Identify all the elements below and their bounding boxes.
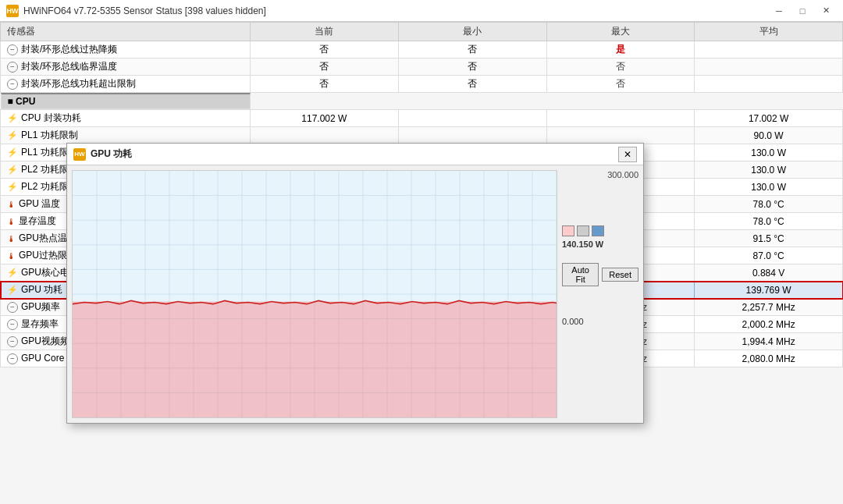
minimize-button[interactable]: ─ <box>768 3 790 19</box>
color-box-pink <box>562 225 574 236</box>
chart-app-icon: HW <box>73 148 86 161</box>
max-value: 否 <box>546 59 695 76</box>
main-container: 传感器 当前 最小 最大 平均 − 封装/环形总线过热降频 否 否 是 <box>0 22 843 504</box>
sensor-label: GPU 功耗 <box>21 283 62 296</box>
minus-icon: − <box>7 79 18 90</box>
avg-value <box>695 76 843 93</box>
chart-side: 300.000 140.150 W Auto Fit Reset 0.000 <box>557 165 643 423</box>
avg-value: 87.0 °C <box>695 247 843 264</box>
max-value: 否 <box>546 76 695 93</box>
color-box-blue <box>592 225 604 236</box>
sensor-label: PL1 功耗限制 <box>21 129 78 142</box>
close-button[interactable]: ✕ <box>815 3 837 19</box>
avg-value <box>695 59 843 76</box>
sensor-label: GPU频率 <box>21 300 60 314</box>
sensor-label: 显存温度 <box>19 215 56 228</box>
min-value: 否 <box>398 59 546 76</box>
chart-title-left: HW GPU 功耗 <box>73 147 132 161</box>
auto-fit-button[interactable]: Auto Fit <box>562 263 599 286</box>
thermometer-icon: 🌡 <box>7 234 16 243</box>
bolt-icon: ⚡ <box>7 130 18 140</box>
table-row[interactable]: − 封装/环形总线临界温度 否 否 否 <box>1 59 843 76</box>
chart-title-bar: HW GPU 功耗 ✕ <box>67 144 643 165</box>
table-row[interactable]: ⚡ PL1 功耗限制 90.0 W <box>1 127 843 144</box>
col-min: 最小 <box>398 23 546 41</box>
sensor-label: 显存频率 <box>21 318 59 331</box>
bolt-icon: ⚡ <box>7 165 18 175</box>
chart-body: 300.000 140.150 W Auto Fit Reset 0.000 <box>67 165 643 423</box>
maximize-button[interactable]: □ <box>791 3 813 19</box>
table-row[interactable]: ⚡ CPU 封装功耗 117.002 W 17.002 W <box>1 110 843 127</box>
sensor-label: 封装/环形总线临界温度 <box>21 60 117 73</box>
sensor-label: 封装/环形总线过热降频 <box>21 43 117 56</box>
bolt-icon: ⚡ <box>7 182 18 192</box>
avg-value: 2,257.7 MHz <box>695 299 843 316</box>
bolt-icon: ⚡ <box>7 113 18 123</box>
avg-value: 78.0 °C <box>695 196 843 213</box>
app-icon: HW <box>6 5 19 17</box>
minus-icon: − <box>7 62 18 73</box>
sensor-name-cell: − 封装/环形总线过热降频 <box>1 41 251 59</box>
svg-rect-30 <box>73 301 557 417</box>
title-bar: HW HWiNFO64 v7.72-5355 Sensor Status [39… <box>0 0 843 22</box>
chart-close-button[interactable]: ✕ <box>618 147 637 162</box>
color-box-gray <box>577 225 589 236</box>
table-row[interactable]: − 封装/环形总线功耗超出限制 否 否 否 <box>1 76 843 93</box>
category-label: ■ CPU <box>1 93 251 109</box>
chart-val-label: 140.150 W <box>562 240 638 249</box>
min-value: 否 <box>398 41 546 59</box>
minus-icon: − <box>7 302 18 313</box>
chart-color-boxes <box>562 225 638 236</box>
sensor-name-cell: − 封装/环形总线临界温度 <box>1 59 251 76</box>
avg-value: 0.884 V <box>695 264 843 282</box>
minus-icon: − <box>7 319 18 330</box>
thermometer-icon: 🌡 <box>7 200 16 209</box>
minus-icon: − <box>7 336 18 347</box>
current-value: 117.002 W <box>251 110 399 127</box>
chart-popup: HW GPU 功耗 ✕ <box>66 143 644 424</box>
avg-value: 2,000.2 MHz <box>695 316 843 333</box>
chart-area <box>72 170 557 418</box>
avg-value: 78.0 °C <box>695 213 843 230</box>
volt-icon: ⚡ <box>7 268 18 278</box>
avg-value: 130.0 W <box>695 144 843 161</box>
avg-value: 130.0 W <box>695 179 843 196</box>
chart-y-top: 300.000 <box>562 170 638 179</box>
avg-value: 130.0 W <box>695 161 843 179</box>
thermometer-icon: 🌡 <box>7 251 16 261</box>
minus-icon: − <box>7 353 18 364</box>
max-value <box>546 110 695 127</box>
min-value: 否 <box>398 76 546 93</box>
app-title: HWiNFO64 v7.72-5355 Sensor Status [398 v… <box>23 5 266 16</box>
sensor-name-cell: − 封装/环形总线功耗超出限制 <box>1 76 251 93</box>
table-row[interactable]: − 封装/环形总线过热降频 否 否 是 <box>1 41 843 59</box>
current-value <box>251 127 399 144</box>
bolt-icon: ⚡ <box>7 147 18 158</box>
table-row[interactable]: ■ CPU <box>1 93 843 110</box>
minus-icon: − <box>7 44 18 55</box>
col-sensor: 传感器 <box>1 23 251 41</box>
sensor-label: 封装/环形总线功耗超出限制 <box>21 77 136 91</box>
sensor-label: CPU 封装功耗 <box>21 112 81 125</box>
avg-value: 90.0 W <box>695 127 843 144</box>
bolt-icon: ⚡ <box>7 285 18 295</box>
current-value: 否 <box>251 59 399 76</box>
chart-title-text: GPU 功耗 <box>91 147 132 161</box>
avg-value: 1,994.4 MHz <box>695 333 843 350</box>
avg-value: 139.769 W <box>695 282 843 299</box>
sensor-label: GPU 温度 <box>19 197 60 211</box>
min-value <box>398 127 546 144</box>
thermometer-icon: 🌡 <box>7 217 16 226</box>
avg-value <box>695 41 843 59</box>
avg-value: 17.002 W <box>695 110 843 127</box>
current-value: 否 <box>251 41 399 59</box>
reset-button[interactable]: Reset <box>602 268 638 282</box>
current-value: 否 <box>251 76 399 93</box>
avg-value: 91.5 °C <box>695 230 843 247</box>
max-value <box>546 127 695 144</box>
col-avg: 平均 <box>695 23 843 41</box>
chart-btn-row: Auto Fit Reset <box>562 263 638 286</box>
sensor-name-cell: ⚡ PL1 功耗限制 <box>1 127 251 144</box>
title-bar-left: HW HWiNFO64 v7.72-5355 Sensor Status [39… <box>6 5 266 17</box>
title-bar-controls: ─ □ ✕ <box>768 3 837 19</box>
